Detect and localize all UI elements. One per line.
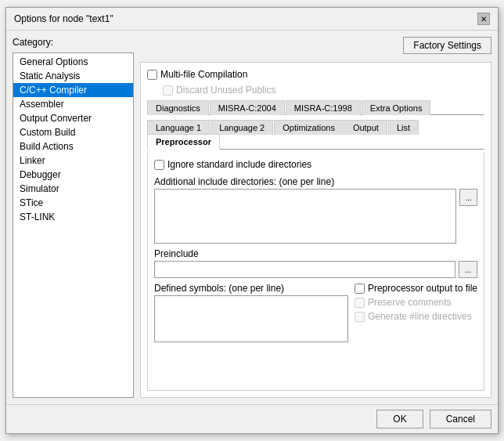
sidebar-item-debugger[interactable]: Debugger bbox=[13, 168, 133, 182]
tab-misra1998[interactable]: MISRA-C:1998 bbox=[286, 100, 361, 115]
defined-symbols-section: Defined symbols: (one per line) Preproce… bbox=[154, 283, 477, 342]
tab-list[interactable]: List bbox=[388, 120, 419, 135]
generate-line-label: Generate #line directives bbox=[368, 311, 472, 322]
title-bar: Options for node "text1" ✕ bbox=[6, 8, 498, 31]
discard-unused-row: Discard Unused Publics bbox=[163, 85, 484, 96]
ignore-std-row: Ignore standard include directories bbox=[154, 159, 477, 170]
additional-dirs-browse-btn[interactable]: ... bbox=[459, 189, 477, 206]
preprocessor-tab-content: Ignore standard include directories Addi… bbox=[147, 153, 484, 391]
multi-file-label: Multi-file Compilation bbox=[160, 69, 247, 80]
dialog-footer: OK Cancel bbox=[6, 404, 498, 433]
category-list: General Options Static Analysis C/C++ Co… bbox=[13, 52, 134, 398]
preprocessor-output-checkbox[interactable] bbox=[355, 284, 365, 294]
preserve-comments-checkbox[interactable] bbox=[355, 298, 365, 308]
generate-line-checkbox[interactable] bbox=[355, 312, 365, 322]
preinclude-input[interactable] bbox=[154, 261, 455, 278]
cancel-button[interactable]: Cancel bbox=[430, 410, 491, 428]
discard-unused-label: Discard Unused Publics bbox=[176, 85, 275, 96]
sidebar-item-custom-build[interactable]: Custom Build bbox=[13, 125, 133, 139]
sidebar-item-static-analysis[interactable]: Static Analysis bbox=[13, 69, 133, 83]
defined-symbols-input[interactable] bbox=[154, 295, 348, 342]
sidebar-item-build-actions[interactable]: Build Actions bbox=[13, 139, 133, 154]
options-area: Multi-file Compilation Discard Unused Pu… bbox=[140, 62, 491, 398]
options-dialog: Options for node "text1" ✕ Category: Gen… bbox=[5, 7, 499, 434]
ignore-std-checkbox[interactable] bbox=[154, 160, 164, 170]
preinclude-browse-btn[interactable]: ... bbox=[459, 261, 477, 278]
preserve-comments-label: Preserve comments bbox=[368, 297, 452, 308]
dialog-title: Options for node "text1" bbox=[14, 13, 113, 24]
ok-button[interactable]: OK bbox=[376, 410, 423, 428]
discard-unused-checkbox[interactable] bbox=[163, 85, 173, 96]
tab-preprocessor[interactable]: Preprocessor bbox=[147, 134, 220, 150]
close-button[interactable]: ✕ bbox=[477, 13, 490, 25]
generate-line-row: Generate #line directives bbox=[355, 311, 477, 322]
defined-symbols-left: Defined symbols: (one per line) bbox=[154, 283, 348, 342]
preinclude-label: Preinclude bbox=[154, 248, 477, 259]
multi-file-checkbox[interactable] bbox=[147, 70, 157, 80]
tab-row-2: Language 1 Language 2 Optimizations Outp… bbox=[147, 120, 484, 150]
sidebar-item-output-converter[interactable]: Output Converter bbox=[13, 111, 133, 125]
tab-row-1: Diagnostics MISRA-C:2004 MISRA-C:1998 Ex… bbox=[147, 100, 484, 115]
sidebar-item-general-options[interactable]: General Options bbox=[13, 55, 133, 69]
sidebar-item-cc-compiler[interactable]: C/C++ Compiler bbox=[13, 83, 133, 97]
sidebar-item-assembler[interactable]: Assembler bbox=[13, 97, 133, 111]
additional-dirs-section: Additional include directories: (one per… bbox=[154, 176, 477, 244]
preprocessor-output-section: Preprocessor output to file Preserve com… bbox=[355, 283, 477, 342]
additional-dirs-input[interactable] bbox=[154, 189, 456, 244]
ignore-std-label: Ignore standard include directories bbox=[167, 159, 311, 170]
preserve-comments-row: Preserve comments bbox=[355, 297, 477, 308]
main-panel: Factory Settings Multi-file Compilation … bbox=[140, 37, 491, 398]
tab-diagnostics[interactable]: Diagnostics bbox=[147, 100, 209, 115]
factory-settings-button[interactable]: Factory Settings bbox=[403, 37, 491, 54]
tab-output[interactable]: Output bbox=[344, 120, 387, 135]
category-panel: Category: General Options Static Analysi… bbox=[13, 37, 134, 398]
sidebar-item-st-link[interactable]: ST-LINK bbox=[13, 210, 133, 224]
tab-language1[interactable]: Language 1 bbox=[147, 120, 210, 135]
preinclude-section: Preinclude ... bbox=[154, 248, 477, 278]
sidebar-item-stice[interactable]: STice bbox=[13, 196, 133, 210]
defined-symbols-label: Defined symbols: (one per line) bbox=[154, 283, 348, 294]
sidebar-item-simulator[interactable]: Simulator bbox=[13, 182, 133, 196]
preprocessor-output-row: Preprocessor output to file bbox=[355, 283, 477, 294]
additional-dirs-label: Additional include directories: (one per… bbox=[154, 176, 477, 187]
dialog-body: Category: General Options Static Analysi… bbox=[6, 31, 498, 404]
tab-extra-options[interactable]: Extra Options bbox=[362, 100, 431, 115]
factory-settings-row: Factory Settings bbox=[140, 37, 491, 54]
category-label: Category: bbox=[13, 37, 134, 48]
tab-misra2004[interactable]: MISRA-C:2004 bbox=[210, 100, 285, 115]
tab-language2[interactable]: Language 2 bbox=[211, 120, 273, 135]
sidebar-item-linker[interactable]: Linker bbox=[13, 154, 133, 168]
preprocessor-output-label: Preprocessor output to file bbox=[368, 283, 477, 294]
multi-file-row: Multi-file Compilation bbox=[147, 69, 484, 80]
preinclude-row: ... bbox=[154, 261, 477, 278]
additional-dirs-row: ... bbox=[154, 189, 477, 244]
tab-optimizations[interactable]: Optimizations bbox=[274, 120, 344, 135]
